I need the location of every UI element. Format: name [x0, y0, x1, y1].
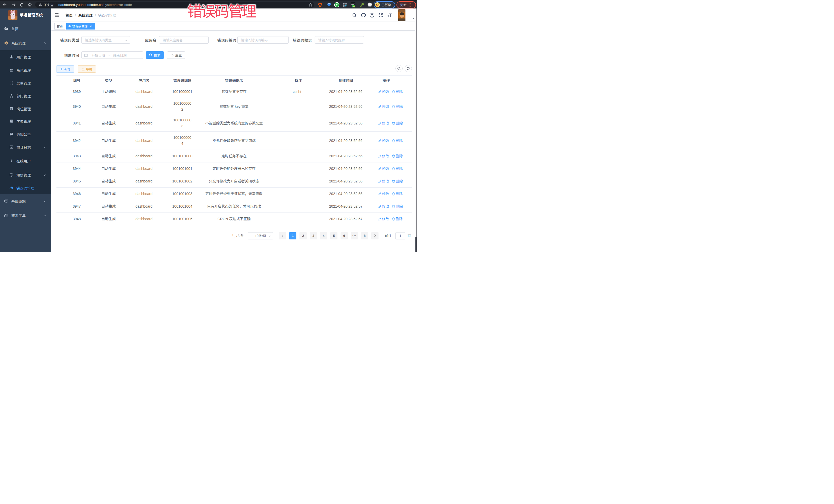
svg-text:on: on [353, 5, 355, 7]
